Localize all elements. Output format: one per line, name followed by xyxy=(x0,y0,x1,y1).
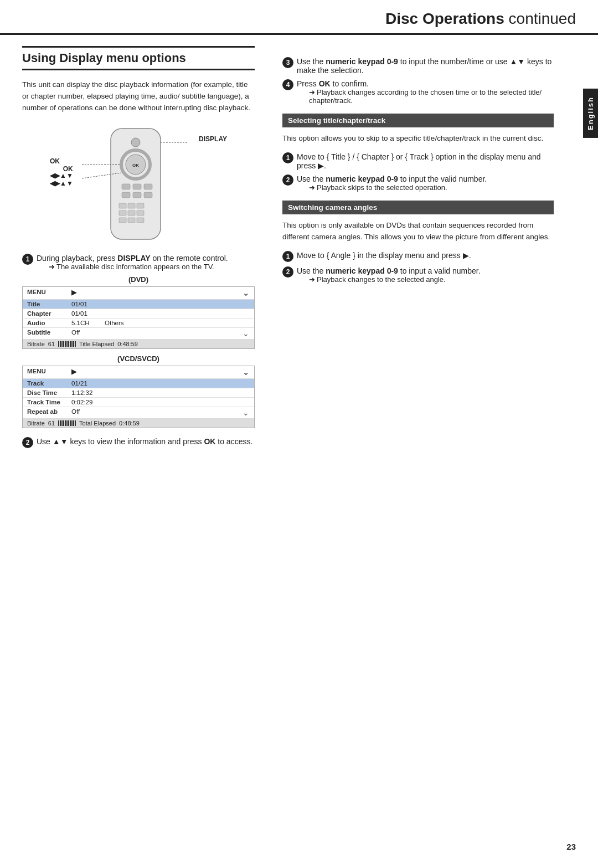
section1-step-2-content: Use the numeric keypad 0-9 to input the … xyxy=(297,174,554,192)
page-header: Disc Operations continued xyxy=(0,0,598,35)
step-1: 1 During playback, press DISPLAY on the … xyxy=(22,254,255,271)
section2-step-1: 1 Move to { Angle } in the display menu … xyxy=(282,251,554,262)
section1-step-2-circle: 2 xyxy=(282,174,293,186)
svg-rect-17 xyxy=(119,218,126,223)
left-column: Using Display menu options This unit can… xyxy=(0,35,271,464)
right-step-4: 4 Press OK to confirm. ➜Playback changes… xyxy=(282,79,554,105)
step-1-content: During playback, press DISPLAY on the re… xyxy=(37,254,255,271)
svg-rect-5 xyxy=(122,184,130,189)
section1-step-2: 2 Use the numeric keypad 0-9 to input th… xyxy=(282,174,554,192)
dvd-row-audio: Audio 5.1CH Others xyxy=(23,319,254,328)
section2-intro: This option is only available on DVDs th… xyxy=(282,220,554,243)
section-heading-display: Using Display menu options xyxy=(22,46,255,70)
svg-rect-12 xyxy=(128,203,135,208)
step-1-arrow: ➜The available disc information appears … xyxy=(49,263,255,271)
svg-rect-8 xyxy=(122,192,130,198)
section2-step-1-content: Move to { Angle } in the display menu an… xyxy=(297,251,554,260)
language-tab: English xyxy=(583,89,598,138)
svg-rect-13 xyxy=(137,203,144,208)
step-2-circle: 2 xyxy=(22,437,33,448)
step-2: 2 Use ▲▼ keys to view the information an… xyxy=(22,437,255,448)
dvd-bitrate-row: Bitrate 61 Title Elapsed 0:48:59 xyxy=(23,340,254,348)
svg-rect-9 xyxy=(133,192,141,198)
main-content: Using Display menu options This unit can… xyxy=(0,35,598,464)
right-step-3: 3 Use the numeric keypad 0-9 to input th… xyxy=(282,57,554,75)
dvd-panel: MENU ▶ ⌄ Title 01/01 Chapter 01/01 Audio… xyxy=(22,286,255,349)
right-step-4-arrow: ➜Playback changes according to the chose… xyxy=(309,88,554,105)
section2-step-1-circle: 1 xyxy=(282,251,293,262)
section1-intro: This option allows you to skip to a spec… xyxy=(282,133,554,145)
section1-step-1-circle: 1 xyxy=(282,152,293,163)
page-title: Disc Operations continued xyxy=(22,10,576,28)
dvd-row-subtitle: Subtitle Off ⌄ xyxy=(23,328,254,340)
svg-text:OK: OK xyxy=(132,163,139,168)
svg-rect-19 xyxy=(137,218,144,223)
remote-arrows-text: ◀▶▲▼ xyxy=(50,172,73,179)
vcd-row-repeat: Repeat ab Off ⌄ xyxy=(23,407,254,419)
vcd-row-track: Track 01/21 xyxy=(23,379,254,388)
remote-ok-text: OK xyxy=(50,157,60,165)
dvd-panel-header: MENU ▶ ⌄ xyxy=(23,287,254,300)
dvd-row-title: Title 01/01 xyxy=(23,300,254,309)
step-1-circle: 1 xyxy=(22,254,33,265)
svg-rect-10 xyxy=(144,192,152,198)
section1-step-2-arrow: ➜Playback skips to the selected operatio… xyxy=(309,183,554,192)
section2-step-2-content: Use the numeric keypad 0-9 to input a va… xyxy=(297,266,554,284)
svg-rect-6 xyxy=(133,184,141,189)
vcd-row-disctime: Disc Time 1:12:32 xyxy=(23,388,254,398)
vcd-panel-header: MENU ▶ ⌄ xyxy=(23,366,254,379)
svg-rect-16 xyxy=(137,210,144,215)
section2-step-2-circle: 2 xyxy=(282,266,293,278)
remote-illustration: OK ◀▶▲▼ OK xyxy=(22,123,255,245)
right-step-3-circle: 3 xyxy=(282,57,293,68)
subsection-camera-heading: Switching camera angles xyxy=(282,201,554,214)
remote-display-label: DISPLAY xyxy=(199,135,227,143)
vcd-bitrate-row: Bitrate 61 Total Elapsed 0:48:59 xyxy=(23,419,254,428)
step-2-content: Use ▲▼ keys to view the information and … xyxy=(37,437,255,446)
svg-point-1 xyxy=(131,138,140,147)
svg-rect-15 xyxy=(128,210,135,215)
subsection-title-heading: Selecting title/chapter/track xyxy=(282,114,554,127)
section1-step-1: 1 Move to { Title } / { Chapter } or { T… xyxy=(282,152,554,170)
right-column: 3 Use the numeric keypad 0-9 to input th… xyxy=(271,35,581,464)
section2-step-2-arrow: ➜Playback changes to the selected angle. xyxy=(309,275,554,284)
svg-rect-18 xyxy=(128,218,135,223)
right-step-4-content: Press OK to confirm. ➜Playback changes a… xyxy=(297,79,554,105)
vcd-row-tracktime: Track Time 0:02:29 xyxy=(23,398,254,407)
svg-rect-7 xyxy=(144,184,152,189)
dvd-row-chapter: Chapter 01/01 xyxy=(23,309,254,319)
page-number: 23 xyxy=(566,842,576,851)
right-step-4-circle: 4 xyxy=(282,79,293,90)
right-step-3-content: Use the numeric keypad 0-9 to input the … xyxy=(297,57,554,75)
intro-paragraph: This unit can display the disc playback … xyxy=(22,79,255,114)
vcd-label: (VCD/SVCD) xyxy=(22,355,255,363)
svg-rect-11 xyxy=(119,203,126,208)
dvd-label: (DVD) xyxy=(22,275,255,284)
section2-step-2: 2 Use the numeric keypad 0-9 to input a … xyxy=(282,266,554,284)
section1-step-1-content: Move to { Title } / { Chapter } or { Tra… xyxy=(297,152,554,170)
vcd-panel: MENU ▶ ⌄ Track 01/21 Disc Time 1:12:32 T… xyxy=(22,366,255,428)
svg-rect-14 xyxy=(119,210,126,215)
